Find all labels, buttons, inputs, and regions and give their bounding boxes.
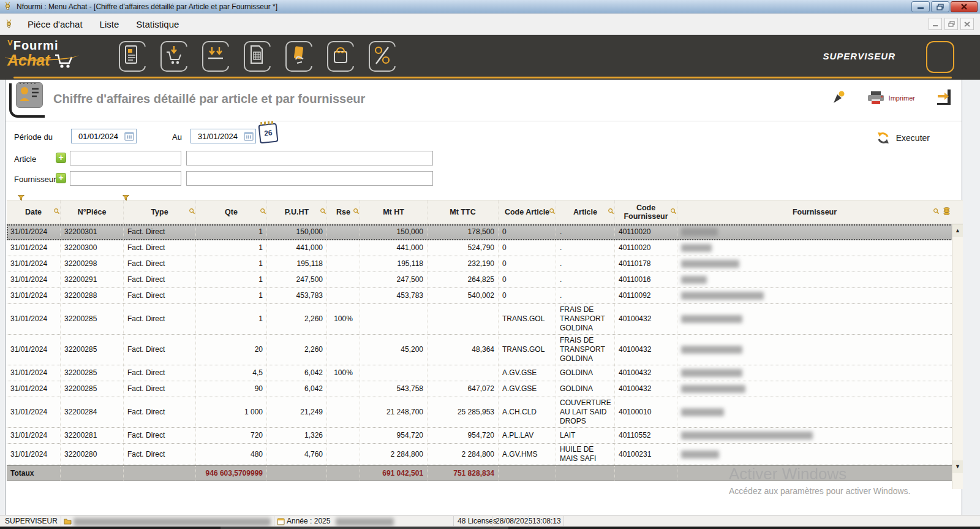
coins-icon[interactable] [943, 207, 950, 218]
table-row[interactable]: 31/01/202432200285Fact. Direct12,260100%… [7, 304, 963, 335]
cell-piece: 32200288 [60, 288, 123, 303]
table-row[interactable]: 31/01/202432200285Fact. Direct906,042543… [7, 381, 963, 397]
cell-code_fournisseur: 40110020 [614, 240, 677, 256]
search-icon[interactable] [670, 208, 677, 216]
restore-button[interactable] [931, 1, 949, 12]
user-avatar-box[interactable] [926, 41, 954, 73]
cell-rse [326, 335, 360, 365]
search-icon[interactable] [260, 208, 266, 216]
pin-icon[interactable] [831, 89, 846, 107]
table-row[interactable]: 31/01/202432200280Fact. Direct4804,7602 … [7, 444, 963, 465]
cell-rse [326, 381, 360, 397]
cell-fournisseur [677, 256, 952, 272]
status-bar: SUPERVISEUR Année : 2025 48 Licenses 28/… [0, 515, 980, 527]
col-fournisseur[interactable]: Fournisseur [677, 200, 952, 224]
purchase-receipt-icon[interactable] [118, 40, 146, 73]
vertical-scrollbar[interactable]: ▲ ▼ [952, 224, 963, 489]
search-icon[interactable] [933, 208, 940, 216]
mdi-restore-button[interactable] [944, 18, 958, 30]
windows-activation-watermark: Activer Windows Accédez aux paramètres p… [729, 465, 910, 496]
goods-receipt-icon[interactable] [201, 40, 229, 73]
article-name-input[interactable] [186, 151, 433, 166]
col-mtht[interactable]: Mt HT [360, 200, 427, 224]
date-from-calendar-icon[interactable] [124, 131, 134, 141]
cell-type: Fact. Direct [123, 365, 195, 381]
table-row[interactable]: 31/01/202432200301Fact. Direct1150,00015… [7, 224, 963, 240]
big-calendar-icon[interactable]: 26 [258, 123, 278, 144]
cell-qte: 1 [195, 288, 266, 303]
status-year: Année : 2025 [287, 517, 330, 525]
fournisseur-redacted [681, 385, 745, 393]
cart-receive-icon[interactable] [159, 40, 187, 73]
cell-type: Fact. Direct [123, 381, 195, 397]
cell-date: 31/01/2024 [7, 397, 60, 427]
table-row[interactable]: 31/01/202432200284Fact. Direct1 00021,24… [7, 397, 963, 428]
cell-code_fournisseur: 40100010 [614, 397, 677, 427]
date-to-calendar-icon[interactable] [244, 131, 254, 141]
table-row[interactable]: 31/01/202432200285Fact. Direct4,56,04210… [7, 365, 963, 381]
payment-icon[interactable] [284, 40, 312, 73]
article-label: Article [14, 154, 36, 164]
col-article[interactable]: Article [556, 200, 614, 224]
menu-statistique[interactable]: Statistique [127, 15, 187, 33]
col-mtttc[interactable]: Mt TTC [427, 200, 498, 224]
scroll-down-button[interactable]: ▼ [952, 460, 963, 473]
col-piece[interactable]: N°Piéce [60, 200, 123, 224]
cell-date: 31/01/2024 [7, 428, 60, 443]
search-icon[interactable] [189, 208, 195, 216]
col-date[interactable]: Date [7, 200, 60, 224]
cell-rse [326, 256, 360, 272]
table-row[interactable]: 31/01/202432200288Fact. Direct1453,78345… [7, 288, 963, 304]
mdi-close-button[interactable] [960, 18, 974, 30]
cell-qte: 1 [195, 272, 266, 287]
search-icon[interactable] [353, 208, 360, 216]
table-row[interactable]: 31/01/202432200298Fact. Direct1195,11819… [7, 256, 963, 272]
menu-liste[interactable]: Liste [91, 15, 128, 33]
minimize-button[interactable] [911, 1, 930, 12]
table-row[interactable]: 31/01/202432200291Fact. Direct1247,50024… [7, 272, 963, 288]
exit-icon[interactable] [936, 88, 953, 108]
cell-code_fournisseur: 40100432 [614, 335, 677, 365]
table-row[interactable]: 31/01/202432200281Fact. Direct7201,32695… [7, 428, 963, 444]
close-button[interactable] [951, 1, 978, 12]
status-time: 13:08:13 [532, 517, 561, 525]
search-icon[interactable] [320, 208, 326, 216]
menu-piece-achat[interactable]: Piéce d'achat [19, 15, 91, 33]
article-add-button[interactable]: + [56, 153, 66, 163]
col-code-fournisseur[interactable]: Code Fournisseur [614, 200, 677, 224]
col-puht[interactable]: P.U.HT [266, 200, 326, 224]
col-code-article[interactable]: Code Article [498, 200, 556, 224]
fournisseur-redacted [681, 292, 764, 300]
window-titlebar: Nfourmi : Menu Achat - [Chiffre d'affair… [0, 0, 980, 13]
cell-article: . [556, 256, 614, 272]
discount-icon[interactable] [368, 40, 396, 73]
purchase-bag-icon[interactable] [326, 40, 354, 73]
cell-date: 31/01/2024 [7, 304, 60, 334]
cell-fournisseur [677, 335, 952, 365]
fournisseur-name-input[interactable] [186, 171, 433, 186]
search-icon[interactable] [53, 208, 60, 216]
table-row[interactable]: 31/01/202432200285Fact. Direct202,26045,… [7, 335, 963, 365]
scroll-up-button[interactable]: ▲ [952, 224, 963, 237]
search-icon[interactable] [608, 208, 614, 216]
cell-puht: 247,500 [266, 272, 326, 287]
col-type[interactable]: Type [123, 200, 195, 224]
invoice-icon[interactable] [243, 40, 271, 73]
col-rse[interactable]: Rse [326, 200, 360, 224]
totals-label: Totaux [7, 466, 60, 481]
search-icon[interactable] [549, 208, 556, 216]
cell-mtht: 2 284,800 [360, 444, 427, 465]
fournisseur-redacted [681, 228, 718, 236]
print-button[interactable]: Imprimer [867, 91, 915, 105]
cell-code_article: 0 [498, 240, 556, 256]
col-qte[interactable]: Qte [195, 200, 266, 224]
execute-button[interactable]: Executer [876, 131, 930, 145]
cell-mtht [360, 304, 427, 334]
article-code-input[interactable] [70, 151, 181, 166]
cell-fournisseur [677, 304, 952, 334]
mdi-minimize-button[interactable] [929, 18, 942, 30]
cell-fournisseur [677, 224, 952, 240]
fournisseur-add-button[interactable]: + [56, 173, 66, 183]
fournisseur-code-input[interactable] [70, 171, 181, 186]
table-row[interactable]: 31/01/202432200300Fact. Direct1441,00044… [7, 240, 963, 256]
